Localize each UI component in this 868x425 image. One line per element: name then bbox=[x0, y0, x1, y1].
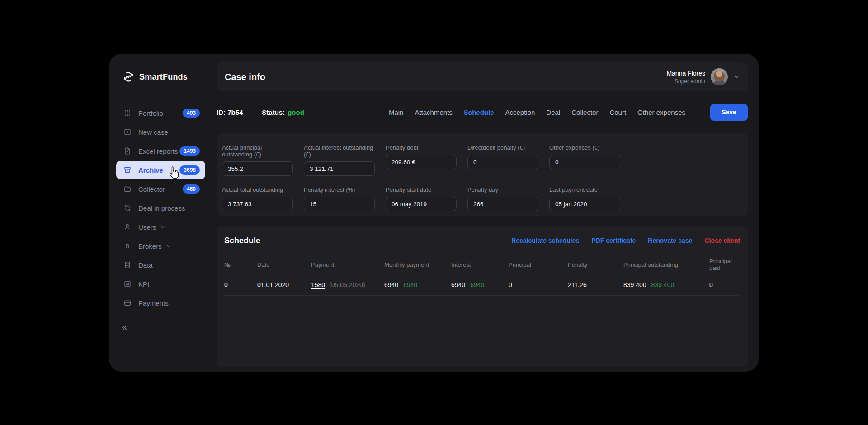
archive-icon bbox=[123, 166, 132, 174]
sidebar-item-archive[interactable]: Archive 3698 bbox=[116, 161, 205, 179]
save-button[interactable]: Save bbox=[710, 104, 748, 121]
brand: SmartFunds bbox=[109, 54, 217, 83]
last-payment-date-input[interactable] bbox=[549, 197, 620, 211]
case-form-card: Actual principal outstanding (€) Actual … bbox=[217, 133, 748, 216]
sidebar-item-label: Data bbox=[138, 261, 153, 269]
field-penalty-debt: Penalty debt bbox=[386, 144, 457, 176]
cell-principal-outstanding: 839 400839 400 bbox=[623, 281, 709, 288]
cell-interest: 69406940 bbox=[451, 281, 509, 288]
sidebar-item-label: Deal in process bbox=[138, 204, 185, 212]
cell-date: 01.01.2020 bbox=[257, 281, 311, 288]
recalculate-schedules-link[interactable]: Recalculate schedules bbox=[511, 237, 579, 244]
interest-alt: 6940 bbox=[470, 281, 484, 288]
user-name: Marina Flores bbox=[666, 70, 705, 77]
col-interest: Interest bbox=[451, 261, 509, 268]
tab-acception[interactable]: Acception bbox=[505, 109, 535, 116]
pdf-certificate-link[interactable]: PDF certificate bbox=[591, 237, 636, 244]
main-content: Case info Marina Flores Super admin ID: … bbox=[217, 54, 759, 372]
field-label: Penalty interest (%) bbox=[304, 186, 375, 193]
b-letter-icon: B bbox=[123, 242, 132, 250]
user-menu[interactable]: Marina Flores Super admin bbox=[666, 68, 740, 85]
payment-amount-link[interactable]: 1580 bbox=[311, 281, 325, 288]
user-text: Marina Flores Super admin bbox=[666, 70, 705, 85]
cell-payment: 1580(05.05.2020) bbox=[311, 281, 384, 288]
sidebar-item-brokers[interactable]: B Brokers bbox=[116, 236, 205, 255]
close-client-link[interactable]: Close client bbox=[704, 237, 740, 244]
form-grid: Actual principal outstanding (€) Actual … bbox=[222, 144, 742, 211]
tab-other-expenses[interactable]: Other expenses bbox=[637, 109, 685, 116]
penalty-debt-input[interactable] bbox=[386, 155, 457, 169]
field-label: Directdebit penalty (€) bbox=[467, 144, 538, 151]
count-badge: 460 bbox=[183, 184, 200, 194]
field-label: Actual interest outstanding (€) bbox=[304, 144, 375, 158]
user-icon bbox=[123, 223, 132, 231]
cell-principal: 0 bbox=[509, 281, 568, 288]
penalty-day-input[interactable] bbox=[467, 197, 538, 211]
sidebar-item-payments[interactable]: Payments bbox=[116, 293, 205, 312]
sidebar-item-new-case[interactable]: New case bbox=[116, 123, 205, 142]
col-principal: Principal bbox=[509, 261, 568, 268]
schedule-title: Schedule bbox=[224, 236, 260, 246]
kpi-chart-icon bbox=[123, 280, 132, 288]
cell-monthly-payment: 69406940 bbox=[384, 281, 451, 288]
file-icon bbox=[123, 147, 132, 155]
sidebar-item-data[interactable]: Data bbox=[116, 255, 205, 274]
tab-deal[interactable]: Deal bbox=[546, 109, 560, 116]
tab-main[interactable]: Main bbox=[389, 109, 404, 116]
sidebar-item-collector[interactable]: Collector 460 bbox=[116, 179, 205, 198]
field-penalty-start-date: Penalty start date bbox=[386, 186, 457, 211]
app-window: SmartFunds Portfolio 493 New case bbox=[109, 54, 759, 372]
field-last-payment-date: Last payment date bbox=[549, 186, 620, 211]
other-expenses-input[interactable] bbox=[549, 155, 620, 169]
tab-collector[interactable]: Collector bbox=[571, 109, 598, 116]
table-header-row: № Date Payment Monthly payment Interest … bbox=[224, 255, 740, 274]
sidebar: SmartFunds Portfolio 493 New case bbox=[109, 54, 217, 372]
field-label: Actual total outstanding bbox=[222, 186, 293, 193]
renovate-case-link[interactable]: Renovate case bbox=[648, 237, 692, 244]
avatar bbox=[711, 68, 728, 85]
col-number: № bbox=[224, 261, 257, 268]
penalty-interest-input[interactable] bbox=[304, 197, 375, 211]
sidebar-item-label: KPI bbox=[138, 280, 149, 288]
payment-date: (05.05.2020) bbox=[329, 281, 365, 288]
field-other-expenses: Other expenses (€) bbox=[549, 144, 620, 176]
sidebar-item-label: Payments bbox=[138, 299, 169, 307]
sidebar-collapse-button[interactable]: « bbox=[122, 322, 127, 332]
brand-name: SmartFunds bbox=[139, 72, 188, 82]
tab-court[interactable]: Court bbox=[609, 109, 626, 116]
tab-attachments[interactable]: Attachments bbox=[415, 109, 452, 116]
field-label: Penalty start date bbox=[386, 186, 457, 193]
count-badge: 1493 bbox=[179, 146, 200, 156]
penalty-start-date-input[interactable] bbox=[386, 197, 457, 211]
directdebit-penalty-input[interactable] bbox=[467, 155, 538, 169]
field-label: Last payment date bbox=[549, 186, 620, 193]
chevron-down-icon bbox=[166, 243, 171, 249]
col-payment: Payment bbox=[311, 261, 384, 268]
sidebar-item-deal-in-process[interactable]: Deal in process bbox=[116, 198, 205, 217]
sidebar-item-portfolio[interactable]: Portfolio 493 bbox=[116, 104, 205, 123]
tab-schedule[interactable]: Schedule bbox=[464, 109, 494, 116]
actual-interest-outstanding-input[interactable] bbox=[304, 161, 375, 176]
sidebar-nav: Portfolio 493 New case Excel reports 149… bbox=[109, 104, 217, 312]
sidebar-item-kpi[interactable]: KPI bbox=[116, 274, 205, 293]
header-bar: Case info Marina Flores Super admin bbox=[217, 62, 748, 91]
sidebar-item-users[interactable]: Users bbox=[116, 217, 205, 236]
sidebar-item-label: Archive bbox=[138, 166, 163, 174]
sidebar-item-label: Portfolio bbox=[138, 109, 163, 117]
field-label: Actual principal outstanding (€) bbox=[222, 144, 293, 158]
actual-total-outstanding-input[interactable] bbox=[222, 197, 293, 211]
cell-principal-paid: 0 bbox=[709, 281, 740, 288]
actual-principal-outstanding-input[interactable] bbox=[222, 161, 293, 176]
sidebar-item-excel-reports[interactable]: Excel reports 1493 bbox=[116, 142, 205, 161]
sidebar-item-label: New case bbox=[138, 128, 168, 136]
field-label: Penalty debt bbox=[386, 144, 457, 151]
field-label: Other expenses (€) bbox=[549, 144, 620, 151]
principal-outstanding-alt: 839 400 bbox=[651, 281, 675, 288]
case-id: ID: 7b54 bbox=[217, 109, 243, 116]
plus-square-icon bbox=[123, 128, 132, 136]
case-status: Status:good bbox=[262, 109, 304, 116]
credit-card-icon bbox=[123, 299, 132, 307]
svg-text:B: B bbox=[125, 243, 129, 250]
sidebar-item-label: Users bbox=[138, 223, 156, 231]
page-title: Case info bbox=[225, 72, 265, 82]
